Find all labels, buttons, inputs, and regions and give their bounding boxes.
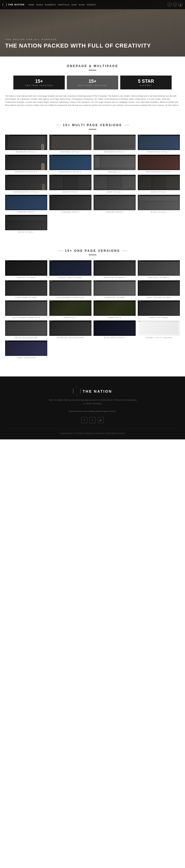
- template-item[interactable]: PORTFOLIO STYLE 1: [138, 135, 180, 153]
- template-item[interactable]: PARALLAX 2: [94, 300, 136, 318]
- template-item[interactable]: HTML5 VIDEO SLIDER: [49, 260, 91, 278]
- template-thumb-photo2: [5, 175, 47, 190]
- template-thumb-kern: [5, 280, 47, 296]
- template-item[interactable]: ANIMATED BACKGROUND: [49, 320, 91, 338]
- template-thumb-landing1: [5, 195, 47, 210]
- template-item[interactable]: PORTFOLIO STYLE 2: [5, 155, 47, 173]
- template-thumb-photo1: [138, 155, 180, 170]
- onepage-description: The Nation is fully featured with one & …: [5, 95, 180, 107]
- nav-contact[interactable]: CONTACT: [87, 4, 96, 6]
- template-thumb-landing3: [94, 195, 136, 210]
- template-thumb-shop1: [49, 175, 91, 190]
- hero-title: THE NATION PACKED WITH FULL OF CREATIVIT…: [5, 43, 180, 49]
- nav-home[interactable]: HOME: [28, 4, 34, 6]
- template-label: FULLSCREEN SUPER SLID: [5, 317, 47, 318]
- footer-facebook-icon[interactable]: f: [81, 417, 87, 423]
- footer-description-line2: meaning blanks and creating classic Page…: [48, 410, 137, 413]
- chevron-left2: [58, 251, 63, 251]
- nav-shop[interactable]: SHOP: [71, 4, 77, 6]
- template-item[interactable]: BUSINESS STYLE 3: [94, 135, 136, 153]
- template-item[interactable]: SHOP STYLE 1: [49, 175, 91, 193]
- template-item[interactable]: RESUME CV: [94, 155, 136, 173]
- template-thumb-deep-linking: [138, 280, 180, 296]
- template-label: FULLSCREEN LAYER SLID: [49, 297, 91, 298]
- template-thumb-fullscreen-super: [5, 300, 47, 316]
- footer-twitter-icon[interactable]: t: [89, 417, 96, 423]
- badge-onepage: 15+ ONE PAGE VERSIONS: [13, 75, 65, 89]
- template-thumb-business2: [49, 135, 91, 150]
- onepage-versions-section: 15+ ONE PAGE VERSIONS DEFAULT SLIDER HTM…: [0, 241, 185, 366]
- template-label: BLOG STYLE 1: [138, 211, 180, 213]
- template-item[interactable]: KERN BURN SLIDER: [5, 280, 47, 298]
- template-item[interactable]: CAROUSAL SLIDER: [94, 280, 136, 298]
- template-thumb-portfolio3: [49, 155, 91, 170]
- footer-shield-icon: [73, 387, 81, 396]
- template-item[interactable]: RAIN DROP EFFECT: [94, 320, 136, 338]
- template-thumb-animated-bg: [49, 320, 91, 336]
- template-item[interactable]: BUSINESS STYLE 2: [49, 135, 91, 153]
- template-item[interactable]: FULLSCREEN SUPER SLID: [5, 300, 47, 318]
- template-item[interactable]: SHOP STYLE 3: [138, 175, 180, 193]
- template-thumb-shop2: [94, 175, 136, 190]
- template-label: RESUME CV: [94, 171, 136, 173]
- multipage-grid: BUSINESS STYLE 1 BUSINESS STYLE 2 BUSINE…: [5, 135, 180, 213]
- template-item-light-video[interactable]: LIGHT VIDEO BOX: [5, 340, 47, 359]
- footer-copyright: Copyright 2015 © The Nation Designed by …: [5, 428, 180, 434]
- nav-logo[interactable]: THE NATION: [3, 2, 24, 7]
- template-item[interactable]: BLOG STYLE 1: [138, 195, 180, 213]
- template-item[interactable]: DEFAULT SLIDER: [5, 260, 47, 278]
- template-label: LANDING PAGE 2: [49, 211, 91, 213]
- template-thumb-fullscreen-layer: [49, 280, 91, 296]
- badge-onepage-number: 15+: [19, 79, 60, 84]
- template-thumb-vertical2: [138, 260, 180, 276]
- footer-description-line1: Vitae The Nation Agency posuet design ag…: [48, 398, 137, 406]
- template-item[interactable]: VERTICAL SLIDER 2: [138, 260, 180, 278]
- template-label: LIGHT VIDEO BOX: [5, 357, 47, 359]
- template-label: SHOP STYLE 3: [138, 191, 180, 193]
- footer-social: f t g+: [5, 417, 180, 423]
- template-item[interactable]: SHOP STYLE 2: [94, 175, 136, 193]
- nav-elements[interactable]: ELEMENTS: [45, 4, 56, 6]
- template-item[interactable]: DEEP LINKING SLIDER: [138, 280, 180, 298]
- template-item[interactable]: LANDING PAGE 1: [5, 195, 47, 213]
- template-item[interactable]: VERTICAL SLIDER 1: [94, 260, 136, 278]
- badge-multipage: 15+ MULTIPAGE VERSIONS: [67, 75, 118, 89]
- template-label: DEFAULT SLIDER: [5, 277, 47, 278]
- section-divider: [89, 70, 96, 70]
- template-thumb-shop3: [138, 175, 180, 190]
- template-item[interactable]: PARALLAX VIDEO: [138, 300, 180, 318]
- template-item-blog2[interactable]: BLOG STYLE 2: [5, 215, 47, 233]
- template-item[interactable]: PORTFOLIO STYLE 3: [49, 155, 91, 173]
- onepage-versions-title: 15+ ONE PAGE VERSIONS: [5, 248, 180, 253]
- onepage-multipage-section: ONEPAGE & MULTIPAGE 15+ ONE PAGE VERSION…: [0, 57, 185, 115]
- template-item[interactable]: PHOTOGRAPHY STYLE 2: [5, 175, 47, 193]
- template-thumb-business1: [5, 135, 47, 150]
- hero-section: THE NATION HOME PAGES ELEMENTS PORTFOLIO…: [0, 0, 185, 57]
- nav-google-icon[interactable]: g: [178, 3, 182, 7]
- template-item[interactable]: AGENCY STYLE HEADER: [138, 320, 180, 338]
- template-label: VERTICAL SLIDER 2: [138, 277, 180, 278]
- template-label: CAROUSAL SLIDER: [94, 297, 136, 298]
- nav-pages[interactable]: PAGES: [36, 4, 43, 6]
- template-item[interactable]: LANDING PAGE 2: [49, 195, 91, 213]
- template-thumb-carousal: [94, 280, 136, 296]
- footer-google-icon[interactable]: g+: [98, 417, 104, 423]
- template-item[interactable]: FULLSCREEN LAYER SLID: [49, 280, 91, 298]
- template-item[interactable]: LANDING PAGE 3: [94, 195, 136, 213]
- template-item[interactable]: PHOTOGRAPHY STYLE 1: [138, 155, 180, 173]
- template-item[interactable]: IMAGE BACKGROUND: [5, 320, 47, 338]
- nav-facebook-icon[interactable]: f: [167, 3, 172, 7]
- multipage-divider: [89, 129, 96, 129]
- template-item[interactable]: PARALLAX 1: [49, 300, 91, 318]
- multipage-section-title: 15+ MULTI PAGE VERSIONS: [5, 122, 180, 127]
- badge-support-label: SUPPORT: [125, 85, 166, 86]
- template-label: VERTICAL SLIDER 1: [94, 277, 136, 278]
- template-label: RAIN DROP EFFECT: [94, 337, 136, 338]
- template-label: DEEP LINKING SLIDER: [138, 297, 180, 298]
- nav-portfolio[interactable]: PORTFOLIO: [58, 4, 69, 6]
- template-item[interactable]: BUSINESS STYLE 1: [5, 135, 47, 153]
- template-label: PARALLAX 1: [49, 317, 91, 318]
- nav-twitter-icon[interactable]: t: [173, 3, 177, 7]
- template-label: PARALLAX 2: [94, 317, 136, 318]
- nav-blog[interactable]: BLOG: [79, 4, 85, 6]
